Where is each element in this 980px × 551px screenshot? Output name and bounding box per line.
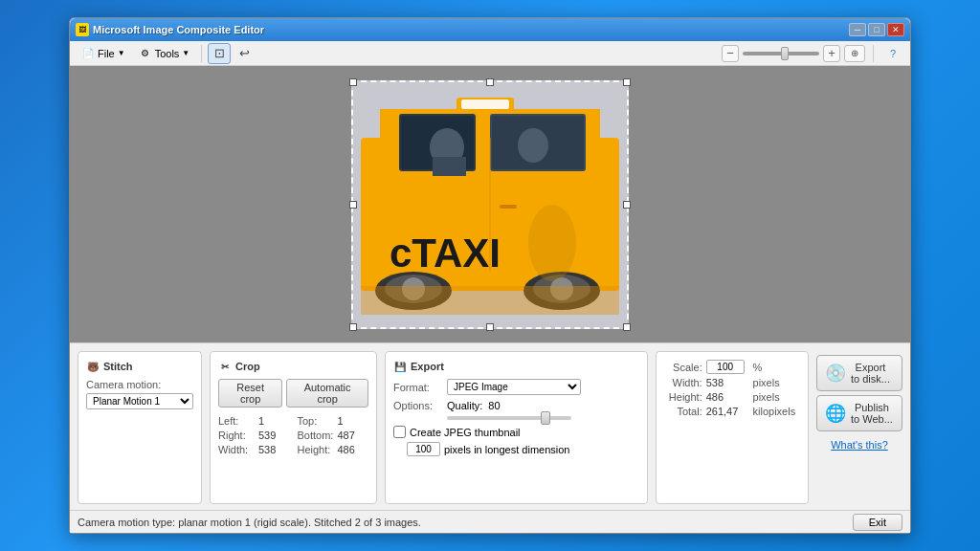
help-button[interactable]: ? (881, 43, 904, 64)
file-menu-arrow: ▼ (118, 49, 125, 57)
maximize-button[interactable]: □ (868, 23, 885, 36)
thumbnail-size-input[interactable] (407, 442, 440, 456)
status-message: Camera motion type: planar motion 1 (rig… (78, 517, 421, 528)
height-value: 486 (338, 444, 355, 455)
close-button[interactable]: ✕ (887, 23, 904, 36)
thumbnail-size-row: pixels in longest dimension (407, 442, 639, 456)
minimize-button[interactable]: ─ (849, 23, 866, 36)
zoom-out-button[interactable]: − (722, 45, 739, 62)
zoom-thumb (781, 47, 789, 60)
undo-icon: ↩ (239, 46, 250, 60)
scale-width-unit: pixels (753, 377, 800, 388)
top-value: 1 (338, 415, 344, 427)
format-label: Format: (393, 382, 441, 393)
thumbnail-checkbox-row: Create JPEG thumbnail (393, 426, 639, 438)
quality-thumb (541, 411, 550, 425)
publish-to-web-button[interactable]: 🌐 Publishto Web... (816, 395, 902, 431)
bottom-panel: 🐻 Stitch Camera motion: Planar Motion 1 … (70, 342, 910, 510)
tools-menu[interactable]: ⚙ Tools ▼ (133, 45, 196, 62)
export-title: 💾 Export (393, 360, 639, 373)
camera-motion-select[interactable]: Planar Motion 1 Auto Detect Planar Motio… (86, 393, 193, 409)
undo-tool-button[interactable]: ↩ (233, 43, 256, 64)
title-bar: 🖼 Microsoft Image Composite Editor ─ □ ✕ (70, 18, 910, 41)
crop-buttons: Reset crop Automatic crop (218, 379, 368, 408)
scale-height-unit: pixels (753, 391, 800, 403)
file-menu[interactable]: 📄 File ▼ (76, 45, 131, 62)
crop-width-row: Width: 538 (218, 444, 290, 455)
svg-point-22 (528, 205, 576, 281)
title-buttons: ─ □ ✕ (849, 23, 904, 36)
zoom-in-button[interactable]: + (823, 45, 840, 62)
toolbar-separator-2 (873, 45, 874, 62)
scale-height-value: 486 (706, 391, 749, 403)
width-label: Width: (218, 444, 255, 455)
publish-to-web-label: Publishto Web... (851, 402, 893, 425)
exit-button[interactable]: Exit (853, 514, 902, 531)
right-label: Right: (218, 430, 255, 441)
title-bar-left: 🖼 Microsoft Image Composite Editor (76, 23, 264, 36)
right-panel: 💿 Exportto disk... 🌐 Publishto Web... Wh… (816, 351, 902, 504)
create-thumbnail-label: Create JPEG thumbnail (410, 427, 521, 438)
left-label: Left: (218, 415, 255, 427)
bottom-value: 487 (338, 430, 355, 441)
tools-menu-label: Tools (155, 48, 180, 59)
reset-crop-button[interactable]: Reset crop (218, 379, 282, 408)
scale-total-unit: kilopixels (753, 406, 800, 417)
automatic-crop-button[interactable]: Automatic crop (286, 379, 368, 408)
stitch-section: 🐻 Stitch Camera motion: Planar Motion 1 … (78, 351, 202, 504)
scale-section: Scale: % Width: 538 pixels Height: 486 p… (656, 351, 809, 504)
export-section: 💾 Export Format: JPEG Image PNG Image TI… (385, 351, 648, 504)
file-icon: 📄 (81, 47, 95, 60)
camera-motion-label: Camera motion: (86, 379, 193, 390)
right-value: 539 (258, 430, 276, 441)
stitch-title-text: Stitch (103, 361, 133, 372)
crop-top-row: Top: 1 (298, 415, 369, 427)
zoom-slider[interactable] (743, 52, 819, 55)
options-label: Options: (393, 400, 441, 411)
svg-rect-21 (361, 286, 619, 315)
scale-label: Scale: (664, 362, 702, 373)
bottom-label: Bottom: (298, 430, 334, 441)
left-value: 1 (258, 415, 264, 427)
crop-right-row: Right: 539 (218, 430, 290, 441)
menu-bar: 📄 File ▼ ⚙ Tools ▼ ⊡ ↩ − + ⊕ ? (70, 41, 910, 66)
options-row: Options: Quality: 80 (393, 400, 639, 411)
stitch-icon: 🐻 (86, 360, 100, 373)
format-row: Format: JPEG Image PNG Image TIFF Image … (393, 379, 639, 395)
top-label: Top: (298, 415, 334, 427)
svg-rect-11 (500, 205, 517, 209)
main-window: 🖼 Microsoft Image Composite Editor ─ □ ✕… (69, 17, 911, 534)
scale-total-value: 261,47 (706, 406, 749, 417)
svg-text:cTAXI: cTAXI (390, 231, 501, 276)
create-thumbnail-checkbox[interactable] (393, 426, 406, 438)
crop-section: ✂ Crop Reset crop Automatic crop Left: 1… (210, 351, 377, 504)
svg-point-9 (518, 128, 548, 163)
help-icon: ? (890, 48, 896, 59)
svg-rect-8 (433, 157, 466, 176)
scale-input[interactable] (706, 360, 745, 374)
width-value: 538 (258, 444, 276, 455)
quality-value: 80 (488, 400, 500, 411)
crop-title: ✂ Crop (218, 360, 368, 373)
scale-width-value: 538 (706, 377, 749, 388)
app-icon: 🖼 (76, 23, 89, 36)
export-to-disk-button[interactable]: 💿 Exportto disk... (816, 355, 902, 391)
zoom-reset-button[interactable]: ⊕ (844, 45, 865, 62)
scale-width-label: Width: (664, 377, 702, 388)
crop-left-row: Left: 1 (218, 415, 290, 427)
scale-unit: % (753, 362, 800, 373)
whats-this-link[interactable]: What's this? (816, 435, 902, 454)
zoom-controls: − + ⊕ ? (722, 43, 904, 64)
export-title-text: Export (411, 361, 444, 372)
image-container: cTAXI (351, 80, 629, 329)
export-icon: 💾 (393, 360, 407, 373)
crop-fields: Left: 1 Top: 1 Right: 539 Bottom: 487 (218, 415, 368, 455)
tools-icon: ⚙ (139, 47, 152, 60)
format-select[interactable]: JPEG Image PNG Image TIFF Image BMP Imag… (447, 379, 581, 395)
crop-tool-button[interactable]: ⊡ (208, 43, 231, 64)
canvas-area[interactable]: cTAXI (70, 66, 910, 342)
quality-slider[interactable] (447, 416, 571, 420)
window-title: Microsoft Image Composite Editor (93, 24, 264, 35)
scale-fields: Scale: % Width: 538 pixels Height: 486 p… (664, 360, 800, 417)
crop-height-row: Height: 486 (298, 444, 369, 455)
